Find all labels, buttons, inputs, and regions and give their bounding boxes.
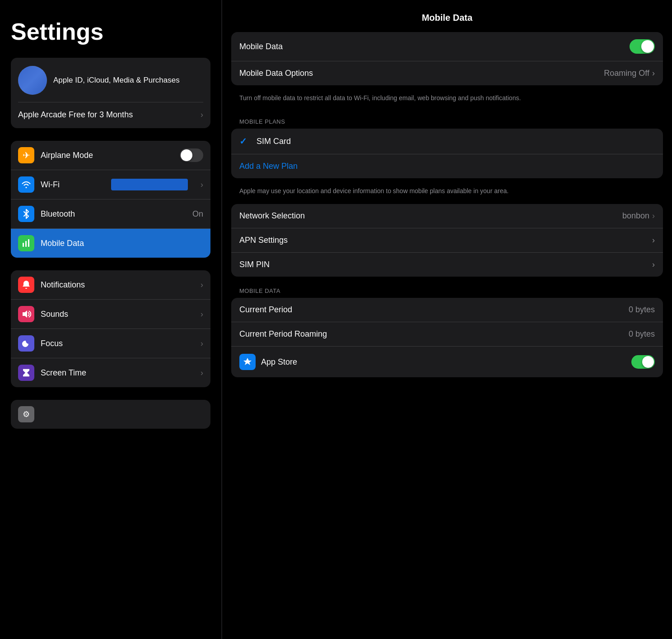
mobile-data-description: Turn off mobile data to restrict all dat… — [231, 88, 663, 110]
sim-card-label: SIM Card — [257, 137, 655, 146]
app-store-icon-box — [239, 354, 256, 370]
speaker-icon — [21, 309, 31, 319]
apn-settings-chevron-icon: › — [652, 236, 655, 245]
mobile-data-icon — [21, 238, 31, 248]
focus-label: Focus — [41, 339, 194, 348]
current-period-roaming-row: Current Period Roaming 0 bytes — [231, 322, 663, 347]
screen-time-row[interactable]: Screen Time › — [11, 358, 210, 387]
svg-rect-2 — [28, 239, 29, 247]
wifi-icon — [21, 181, 31, 189]
mobile-data-toggle-row[interactable]: Mobile Data — [231, 32, 663, 61]
bell-icon — [22, 280, 31, 290]
add-plan-label: Add a New Plan — [239, 162, 298, 171]
bluetooth-icon — [23, 209, 30, 219]
bluetooth-label: Bluetooth — [41, 209, 186, 219]
app-store-label: App Store — [261, 357, 626, 367]
mobile-data-options-label: Mobile Data Options — [239, 69, 598, 78]
hourglass-icon — [22, 368, 30, 378]
svg-rect-0 — [23, 243, 24, 247]
mobile-data-options-value: Roaming Off › — [604, 69, 655, 78]
network-selection-label: Network Selection — [239, 211, 617, 221]
network-selection-chevron-icon: › — [652, 211, 655, 221]
sounds-icon-box — [18, 306, 34, 322]
notifications-label: Notifications — [41, 280, 194, 290]
mobile-data-main-toggle-knob — [641, 40, 654, 53]
wifi-scribble-overlay — [111, 179, 188, 190]
network-card: Network Selection bonbon › APN Settings … — [231, 204, 663, 277]
right-panel-title: Mobile Data — [231, 0, 663, 32]
svg-marker-3 — [23, 310, 27, 318]
airplane-mode-icon-box: ✈ — [18, 147, 34, 163]
mobile-data-usage-card: Current Period 0 bytes Current Period Ro… — [231, 298, 663, 377]
airplane-mode-toggle-knob — [181, 149, 192, 161]
mobile-data-main-toggle[interactable] — [630, 39, 655, 54]
bluetooth-icon-box — [18, 206, 34, 222]
notifications-chevron-icon: › — [201, 280, 203, 290]
apple-location-text: Apple may use your location and device i… — [231, 181, 663, 204]
apn-settings-label: APN Settings — [239, 236, 647, 245]
sim-card-row[interactable]: ✓ SIM Card — [231, 129, 663, 154]
plans-card: ✓ SIM Card Add a New Plan — [231, 129, 663, 178]
mobile-data-icon-box — [18, 235, 34, 251]
airplane-icon: ✈ — [23, 150, 30, 161]
screen-time-icon-box — [18, 365, 34, 381]
sim-pin-label: SIM PIN — [239, 260, 647, 269]
airplane-mode-row[interactable]: ✈ Airplane Mode — [11, 141, 210, 170]
right-panel: Mobile Data Mobile Data Mobile Data Opti… — [222, 0, 672, 639]
current-period-value: 0 bytes — [629, 305, 655, 315]
app-store-toggle-knob — [642, 356, 654, 368]
left-panel: Settings Apple ID, iCloud, Media & Purch… — [0, 0, 221, 639]
mobile-data-options-row[interactable]: Mobile Data Options Roaming Off › — [231, 61, 663, 85]
airplane-mode-toggle[interactable] — [180, 148, 203, 162]
profile-row[interactable]: Apple ID, iCloud, Media & Purchases — [18, 66, 203, 102]
mobile-data-options-chevron-icon: › — [652, 69, 655, 78]
wifi-row[interactable]: Wi-Fi › — [11, 170, 210, 199]
sim-pin-row[interactable]: SIM PIN › — [231, 253, 663, 277]
bottom-hint-icon-box: ⚙ — [18, 406, 34, 422]
wifi-chevron-icon: › — [201, 180, 203, 190]
settings-title: Settings — [11, 18, 210, 45]
sim-card-checkmark-icon: ✓ — [239, 136, 250, 147]
apn-settings-row[interactable]: APN Settings › — [231, 228, 663, 253]
current-period-label: Current Period — [239, 305, 623, 315]
profile-card[interactable]: Apple ID, iCloud, Media & Purchases Appl… — [11, 58, 210, 128]
connectivity-group: ✈ Airplane Mode Wi-Fi › — [11, 141, 210, 258]
network-selection-value: bonbon › — [622, 211, 655, 221]
mobile-data-label: Mobile Data — [41, 239, 203, 248]
current-period-roaming-value: 0 bytes — [629, 329, 655, 339]
mobile-plans-header: MOBILE PLANS — [231, 110, 663, 129]
sounds-row[interactable]: Sounds › — [11, 300, 210, 329]
mobile-data-card: Mobile Data Mobile Data Options Roaming … — [231, 32, 663, 85]
current-period-row: Current Period 0 bytes — [231, 298, 663, 322]
network-selection-row[interactable]: Network Selection bonbon › — [231, 204, 663, 228]
screen-time-chevron-icon: › — [201, 368, 203, 378]
app-store-toggle[interactable] — [631, 355, 655, 369]
sim-pin-chevron-icon: › — [652, 260, 655, 269]
moon-icon — [22, 339, 31, 348]
arcade-chevron-icon: › — [201, 110, 203, 120]
notifications-row[interactable]: Notifications › — [11, 270, 210, 300]
add-plan-row[interactable]: Add a New Plan — [231, 154, 663, 178]
wifi-icon-box — [18, 176, 34, 193]
screen-time-label: Screen Time — [41, 368, 194, 378]
arcade-row[interactable]: Apple Arcade Free for 3 Months › — [18, 110, 203, 120]
app-store-icon — [243, 357, 252, 367]
sounds-chevron-icon: › — [201, 310, 203, 319]
bottom-hint-icon: ⚙ — [23, 409, 30, 419]
airplane-mode-label: Airplane Mode — [41, 151, 173, 160]
focus-row[interactable]: Focus › — [11, 329, 210, 358]
mobile-data-row[interactable]: Mobile Data — [11, 229, 210, 258]
bluetooth-value: On — [192, 209, 203, 219]
focus-chevron-icon: › — [201, 339, 203, 348]
notifications-icon-box — [18, 277, 34, 293]
bottom-hint-row: ⚙ — [11, 400, 210, 429]
bluetooth-row[interactable]: Bluetooth On — [11, 199, 210, 229]
mobile-data-section-header: MOBILE DATA — [231, 279, 663, 298]
svg-rect-1 — [25, 241, 27, 247]
avatar — [18, 66, 47, 95]
mobile-data-toggle-label: Mobile Data — [239, 42, 624, 51]
focus-icon-box — [18, 335, 34, 352]
sounds-label: Sounds — [41, 310, 194, 319]
app-store-row[interactable]: App Store — [231, 347, 663, 377]
arcade-label: Apple Arcade Free for 3 Months — [18, 110, 133, 120]
